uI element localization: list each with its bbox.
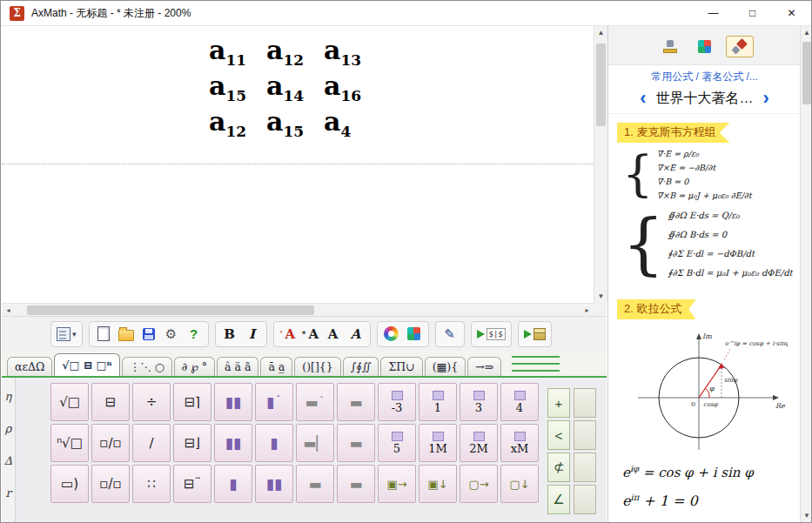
- matrix-entry[interactable]: a12: [266, 35, 324, 69]
- matrix-entry[interactable]: a16: [324, 70, 381, 104]
- symbol-box-with-superscript[interactable]: ▮˙: [255, 383, 293, 421]
- symbol-preset-5[interactable]: 5: [378, 424, 416, 462]
- save-button[interactable]: [138, 323, 159, 345]
- symbol-preset-2m[interactable]: 2M: [460, 424, 498, 462]
- tab-3[interactable]: ⋮⋱ ○: [122, 357, 172, 376]
- tab-10[interactable]: (▦){: [425, 357, 466, 376]
- recent-symbol-2[interactable]: ρ: [5, 422, 12, 435]
- symbol-preset-4[interactable]: 4: [500, 383, 539, 421]
- tab-11[interactable]: →⇒: [467, 357, 501, 376]
- close-button[interactable]: ✕: [772, 1, 811, 25]
- bold-button[interactable]: B: [219, 323, 240, 345]
- library-tab-formulas[interactable]: [726, 36, 754, 57]
- symbol-long-division[interactable]: ▭): [50, 465, 89, 503]
- matrix-entry[interactable]: a4: [324, 106, 381, 140]
- symbol-box-pair-2[interactable]: ▮▮: [214, 424, 252, 462]
- symbol-preset-xm[interactable]: xM: [500, 424, 539, 462]
- panel-scroll-down-arrow[interactable]: ▼: [801, 509, 812, 522]
- panel-scroll-thumb[interactable]: [802, 42, 811, 104]
- horizontal-scroll-track[interactable]: [15, 304, 580, 317]
- symbol-wide-box[interactable]: ▬: [337, 383, 375, 421]
- symbol-fraction[interactable]: ⊟: [91, 383, 130, 421]
- symbol-wide-box-3[interactable]: ▬: [296, 465, 334, 503]
- symbol-preset-3[interactable]: 3: [460, 383, 498, 421]
- symbol-insert-down[interactable]: ▣↓: [419, 465, 457, 503]
- side-symbol-3[interactable]: ⊄: [547, 453, 570, 482]
- symbol-box-pair-3[interactable]: ▮▮: [255, 465, 293, 503]
- export-object-button[interactable]: [522, 323, 547, 345]
- panel-scrollbar[interactable]: ▲ ▼: [800, 26, 812, 522]
- tab-5[interactable]: â ä ã: [217, 357, 258, 376]
- formula-category-link-1[interactable]: 常用公式: [651, 70, 693, 83]
- symbol-wide-box-4[interactable]: ▬: [337, 465, 375, 503]
- recent-symbol-1[interactable]: η: [5, 390, 12, 403]
- maximize-button[interactable]: □: [733, 1, 772, 25]
- symbol-radical[interactable]: √□: [50, 383, 89, 421]
- symbol-box-pair[interactable]: ▮▮: [214, 383, 252, 421]
- tab-2[interactable]: √□ ⊟ □ⁿ: [54, 353, 120, 376]
- font-button-1[interactable]: 'A: [278, 323, 299, 345]
- side-symbol-2[interactable]: <: [547, 420, 570, 450]
- equation-canvas[interactable]: a11a12a13a15a14a16a12a15a4: [2, 26, 594, 303]
- matrix-entry[interactable]: a15: [209, 70, 266, 104]
- library-tab-colors[interactable]: [691, 36, 719, 57]
- tab-7[interactable]: ()[]{}: [294, 357, 340, 376]
- matrix-entry[interactable]: a15: [266, 106, 324, 140]
- export-latex-button[interactable]: $|$: [475, 323, 507, 345]
- scroll-down-arrow[interactable]: ▼: [594, 290, 607, 303]
- matrix-entry[interactable]: a14: [266, 70, 324, 104]
- help-button[interactable]: ?: [184, 323, 205, 345]
- side-symbol-1[interactable]: +: [547, 388, 570, 418]
- tab-9[interactable]: ΣΠ∪: [380, 357, 422, 376]
- clipped-symbol-cell[interactable]: [574, 453, 596, 482]
- symbol-small-fraction[interactable]: ÷: [132, 383, 171, 421]
- settings-button[interactable]: ⚙: [161, 323, 182, 345]
- symbol-stacked-with-bracket-2[interactable]: ⊟⌋: [173, 424, 211, 462]
- symbol-wide-box-top-mark[interactable]: ▬˙: [296, 383, 334, 421]
- italic-button[interactable]: I: [242, 323, 263, 345]
- symbol-stacked-with-bracket[interactable]: ⊟⌉: [173, 383, 211, 421]
- font-button-4[interactable]: A: [346, 323, 366, 345]
- open-button[interactable]: [116, 323, 137, 345]
- symbol-wide-box-bar[interactable]: ▬▏: [296, 424, 334, 462]
- euler-identity[interactable]: eiπ + 1 = 0: [622, 493, 801, 509]
- clipped-symbol-cell[interactable]: [574, 485, 596, 514]
- symbol-small-diagonal-fraction[interactable]: ∕: [132, 424, 171, 462]
- vertical-scroll-thumb[interactable]: [596, 44, 606, 126]
- symbol-preset-minus3[interactable]: -3: [378, 383, 416, 421]
- side-symbol-4[interactable]: ∠: [547, 485, 570, 514]
- recent-symbol-4[interactable]: r: [5, 486, 10, 500]
- horizontal-scrollbar[interactable]: ◂ ▸: [2, 303, 594, 317]
- symbol-stacked-with-dots[interactable]: ⊟¨: [173, 465, 211, 503]
- handwriting-button[interactable]: ✎: [440, 323, 460, 345]
- prev-collection-button[interactable]: ‹: [638, 89, 648, 108]
- font-button-2[interactable]: *A: [300, 323, 321, 345]
- input-panel-button[interactable]: ▾: [55, 323, 78, 345]
- matrix-entry[interactable]: a11: [209, 35, 266, 69]
- euler-formula[interactable]: eiφ = cos φ + i sin φ: [622, 464, 801, 480]
- tab-1[interactable]: αεΔΩ: [7, 357, 52, 376]
- formula-category-link-2[interactable]: 著名公式: [701, 70, 743, 83]
- matrix-entry[interactable]: a13: [324, 35, 381, 69]
- symbol-tall-box-2[interactable]: ▮: [214, 465, 252, 503]
- tab-4[interactable]: ∂ ℘ °: [174, 357, 215, 376]
- clipped-symbol-cell[interactable]: [574, 388, 596, 418]
- horizontal-scroll-thumb[interactable]: [27, 305, 314, 315]
- symbol-preset-1[interactable]: 1: [419, 383, 457, 421]
- symbol-inline-fraction[interactable]: ▫/▫: [91, 465, 130, 503]
- scroll-left-arrow[interactable]: ◂: [2, 304, 15, 317]
- recent-symbol-3[interactable]: Δ: [4, 454, 12, 467]
- symbol-insert-below[interactable]: ▢↓: [500, 465, 539, 503]
- color-grid-button[interactable]: [404, 323, 425, 345]
- minimize-button[interactable]: —: [694, 1, 733, 25]
- maxwell-card[interactable]: { ∇·E = ρ/ε₀∇×E = −∂B/∂t∇·B = 0∇×B = μ₀J…: [622, 146, 801, 282]
- library-tab-stamp[interactable]: [656, 36, 684, 57]
- vertical-scrollbar[interactable]: ▲ ▼: [594, 26, 607, 303]
- symbol-diagonal-fraction[interactable]: ▫∕▫: [91, 424, 130, 462]
- tab-6[interactable]: ā a̲: [260, 357, 292, 376]
- color-palette-button[interactable]: [381, 323, 402, 345]
- panel-scroll-up-arrow[interactable]: ▲: [801, 26, 812, 39]
- symbol-tall-box[interactable]: ▮: [255, 424, 293, 462]
- font-button-3[interactable]: A: [323, 323, 344, 345]
- scroll-up-arrow[interactable]: ▲: [594, 26, 607, 39]
